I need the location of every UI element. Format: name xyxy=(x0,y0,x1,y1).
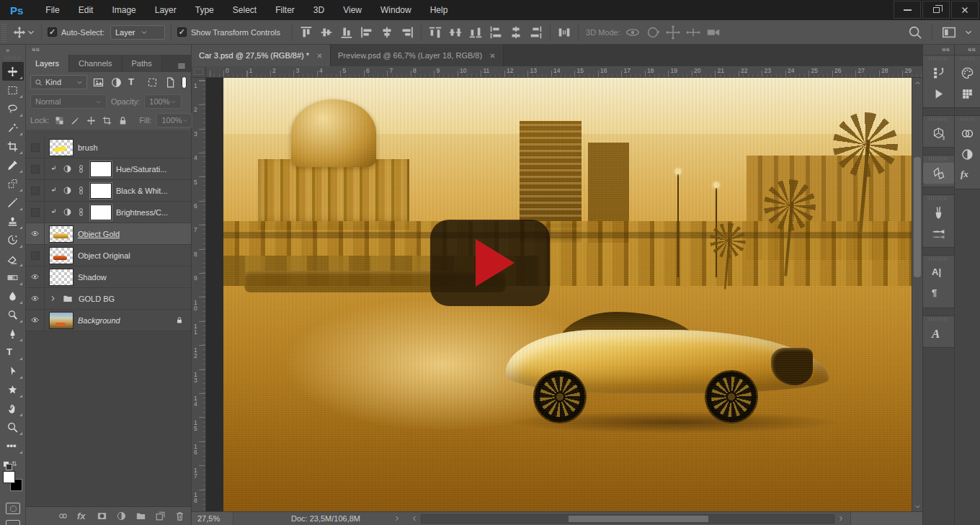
lock-all-icon[interactable] xyxy=(117,115,128,126)
styles-panel-button[interactable]: fx xyxy=(955,165,980,186)
layer-thumbnail[interactable] xyxy=(49,139,74,156)
lock-transparent-pixels-icon[interactable] xyxy=(54,115,65,126)
3d-camera-icon[interactable] xyxy=(705,24,721,40)
visibility-toggle[interactable] xyxy=(26,137,45,158)
distribute-bottom-edges-icon[interactable] xyxy=(468,24,484,40)
layer-row[interactable]: Background xyxy=(26,310,191,331)
foreground-color[interactable] xyxy=(3,471,15,483)
search-icon[interactable] xyxy=(907,24,923,40)
close-window-button[interactable] xyxy=(951,1,979,19)
scroll-down-arrow[interactable] xyxy=(912,501,922,511)
layer-row[interactable]: brush xyxy=(26,137,191,158)
options-grip[interactable] xyxy=(1,23,6,42)
swap-colors-icon[interactable]: ⇅ xyxy=(1,458,23,470)
visibility-toggle[interactable] xyxy=(26,202,45,223)
screen-mode-button[interactable] xyxy=(6,520,20,525)
menu-help[interactable]: Help xyxy=(421,0,458,20)
opacity-dropdown[interactable]: 100% xyxy=(144,94,182,109)
layer-row[interactable]: GOLD BG xyxy=(26,288,191,310)
layer-row[interactable]: Hue/Saturati... xyxy=(26,158,191,180)
character-panel-button[interactable]: A| xyxy=(923,263,954,284)
eraser-tool[interactable] xyxy=(2,249,24,268)
panel-tab-channels[interactable]: Channels xyxy=(69,55,122,72)
adjustments-panel-button[interactable] xyxy=(955,144,980,165)
panel-group-grip[interactable] xyxy=(929,157,948,161)
visibility-toggle[interactable] xyxy=(26,245,45,266)
history-brush-tool[interactable] xyxy=(2,230,24,249)
layer-row[interactable]: Brightness/C... xyxy=(26,202,191,223)
delete-layer-icon[interactable] xyxy=(174,511,185,521)
type-layer-filter-icon[interactable]: T xyxy=(128,76,141,89)
layer-mask-thumbnail[interactable] xyxy=(90,183,112,199)
align-bottom-edges-icon[interactable] xyxy=(339,24,355,40)
hand-tool[interactable] xyxy=(2,399,24,418)
blur-tool[interactable] xyxy=(2,287,24,305)
dodge-tool[interactable] xyxy=(2,305,24,324)
properties-panel-button[interactable] xyxy=(923,163,954,184)
panel-group-grip[interactable] xyxy=(929,318,948,321)
tab-close-icon[interactable] xyxy=(316,53,323,59)
paragraph-panel-button[interactable]: ¶ xyxy=(923,284,954,305)
fill-dropdown[interactable]: 100% xyxy=(156,113,192,127)
chevron-down-icon[interactable] xyxy=(964,26,973,39)
align-left-edges-icon[interactable] xyxy=(359,24,375,40)
distribute-right-edges-icon[interactable] xyxy=(528,24,544,40)
zoom-tool[interactable] xyxy=(2,418,24,436)
visibility-toggle[interactable] xyxy=(26,223,45,244)
3d-slide-icon[interactable] xyxy=(685,24,701,40)
distribute-spacing-icon[interactable] xyxy=(556,24,572,40)
color-panel-button[interactable] xyxy=(955,63,980,84)
shape-layer-filter-icon[interactable] xyxy=(146,76,159,89)
quick-mask-button[interactable] xyxy=(6,503,20,514)
menu-edit[interactable]: Edit xyxy=(69,0,103,20)
3d-orbit-icon[interactable] xyxy=(625,24,641,40)
minimize-window-button[interactable] xyxy=(894,1,921,19)
pixel-layer-filter-icon[interactable] xyxy=(92,76,104,89)
zoom-level-field[interactable]: 27,5% xyxy=(192,512,233,525)
expand-chevron-icon[interactable] xyxy=(49,295,57,302)
move-tool[interactable] xyxy=(2,62,24,81)
move-tool-preset-icon[interactable] xyxy=(12,25,27,40)
scroll-left-arrow[interactable] xyxy=(411,515,418,522)
menu-window[interactable]: Window xyxy=(371,0,421,20)
add-layer-mask-icon[interactable] xyxy=(97,511,107,521)
actions-panel-button[interactable] xyxy=(923,84,954,104)
spot-healing-tool[interactable] xyxy=(2,174,24,193)
layer-row[interactable]: Shadow xyxy=(26,266,191,288)
align-horizontal-centers-icon[interactable] xyxy=(379,24,395,40)
workspace-switcher-icon[interactable] xyxy=(941,24,957,40)
panel-collapse-button[interactable]: «« xyxy=(26,45,191,55)
status-options-chevron[interactable] xyxy=(393,515,401,522)
ruler-origin[interactable] xyxy=(192,66,206,78)
layer-row[interactable]: Black & Whit... xyxy=(26,180,191,202)
clone-stamp-tool[interactable] xyxy=(2,212,24,230)
layer-mask-thumbnail[interactable] xyxy=(90,161,112,177)
dock-collapse-button[interactable]: «« xyxy=(955,45,980,55)
menu-view[interactable]: View xyxy=(334,0,371,20)
menu-filter[interactable]: Filter xyxy=(266,0,304,20)
vertical-scroll-thumb[interactable] xyxy=(914,157,921,277)
brush-tool[interactable] xyxy=(2,193,24,212)
link-layers-icon[interactable] xyxy=(58,511,68,521)
crop-tool[interactable] xyxy=(2,137,24,156)
visibility-toggle[interactable] xyxy=(26,158,45,179)
layer-mask-thumbnail[interactable] xyxy=(90,205,112,220)
menu-layer[interactable]: Layer xyxy=(146,0,186,20)
brush-presets-panel-button[interactable] xyxy=(923,223,954,244)
lock-image-pixels-icon[interactable] xyxy=(70,115,81,126)
panel-menu-icon[interactable] xyxy=(172,60,191,72)
lock-position-icon[interactable] xyxy=(86,115,97,126)
tab-close-icon[interactable] xyxy=(489,53,496,59)
panel-tab-paths[interactable]: Paths xyxy=(122,55,162,72)
visibility-toggle[interactable] xyxy=(26,180,45,201)
align-vertical-centers-icon[interactable] xyxy=(318,24,334,40)
document-tab-1[interactable]: Car 3.psd @ 27,5% (RGB/8#) * xyxy=(192,45,331,66)
type-tool[interactable]: T xyxy=(2,343,24,362)
scroll-up-arrow[interactable] xyxy=(912,78,922,88)
brush-settings-panel-button[interactable] xyxy=(923,202,954,223)
menu-3d[interactable]: 3D xyxy=(304,0,334,20)
dock-collapse-button[interactable]: «« xyxy=(923,45,954,55)
lasso-tool[interactable] xyxy=(2,99,24,118)
align-top-edges-icon[interactable] xyxy=(298,24,314,40)
layer-thumbnail[interactable] xyxy=(49,225,74,243)
